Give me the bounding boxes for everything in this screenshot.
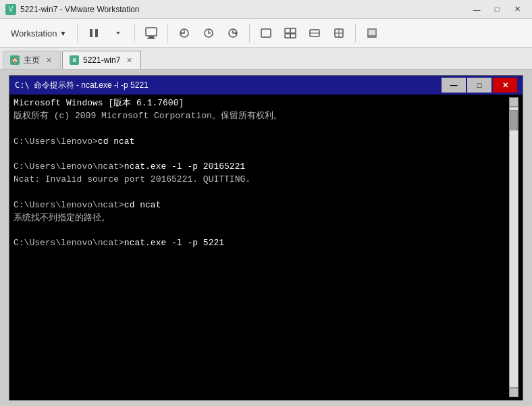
- workstation-dropdown-arrow: ▼: [59, 30, 66, 37]
- svg-marker-2: [116, 32, 120, 34]
- svg-rect-14: [285, 34, 290, 38]
- win7-tab-icon: 🖥: [70, 55, 79, 65]
- scrollbar-thumb[interactable]: [510, 110, 518, 130]
- snapshot-back-icon: [178, 27, 191, 39]
- minimize-button[interactable]: —: [467, 3, 486, 16]
- home-tab-label: 主页: [24, 55, 40, 66]
- cmd-scrollbar[interactable]: ▲ ▼: [509, 97, 518, 397]
- toolbar-separator-2: [134, 24, 135, 43]
- pause-dropdown-icon: [115, 30, 122, 36]
- snapshot-icon: [202, 27, 215, 39]
- svg-rect-22: [369, 30, 375, 35]
- close-button[interactable]: ✕: [508, 3, 527, 16]
- workstation-menu[interactable]: Workstation ▼: [5, 22, 72, 44]
- cmd-window: C:\ 命令提示符 - ncat.exe -l -p 5221 — □ ✕ Mi…: [9, 75, 523, 401]
- maximize-button[interactable]: □: [487, 3, 506, 16]
- home-tab-icon: 🏠: [10, 55, 20, 65]
- cmd-icon: C:\: [15, 80, 30, 90]
- toolbar-separator-1: [77, 24, 78, 43]
- cmd-close-button[interactable]: ✕: [493, 78, 517, 93]
- cmd-window-title: 命令提示符 - ncat.exe -l -p 5221: [34, 80, 437, 91]
- svg-rect-3: [146, 28, 157, 36]
- app-icon: V: [5, 4, 16, 15]
- window-title: 5221-win7 - VMware Workstation: [20, 5, 467, 14]
- cmd-maximize-button[interactable]: □: [467, 78, 491, 93]
- svg-rect-15: [290, 34, 296, 38]
- unity-button[interactable]: [280, 22, 301, 44]
- toolbar-separator-5: [355, 24, 356, 43]
- tab-home[interactable]: 🏠 主页 ✕: [3, 51, 61, 69]
- title-bar: V 5221-win7 - VMware Workstation — □ ✕: [0, 0, 532, 19]
- scrollbar-down-button[interactable]: ▼: [509, 388, 518, 397]
- svg-rect-13: [290, 28, 296, 33]
- scrollbar-track[interactable]: [509, 107, 518, 388]
- vm-area: C:\ 命令提示符 - ncat.exe -l -p 5221 — □ ✕ Mi…: [0, 70, 532, 406]
- autofit-button[interactable]: [328, 22, 350, 44]
- vmware-toolbar: Workstation ▼: [0, 19, 532, 48]
- snapshot-back-button[interactable]: [174, 22, 195, 44]
- toolbar-separator-3: [167, 24, 168, 43]
- pause-button[interactable]: [83, 22, 105, 44]
- svg-rect-4: [149, 36, 154, 38]
- stretch-button[interactable]: [304, 22, 325, 44]
- snapshot-forward-icon: [226, 27, 240, 39]
- view-icon: [365, 27, 379, 39]
- tabs-row: 🏠 主页 ✕ 🖥 5221-win7 ✕: [0, 48, 532, 70]
- vm-settings-icon: [144, 27, 158, 39]
- svg-rect-1: [95, 29, 98, 37]
- svg-rect-11: [261, 29, 271, 37]
- view-button[interactable]: [361, 22, 383, 44]
- workstation-label: Workstation: [11, 28, 57, 39]
- svg-rect-5: [147, 38, 155, 39]
- svg-rect-12: [285, 28, 290, 33]
- pause-dropdown-button[interactable]: [107, 22, 129, 44]
- unity-icon: [284, 27, 297, 39]
- pause-icon: [88, 27, 100, 39]
- win7-tab-close[interactable]: ✕: [124, 55, 134, 65]
- fullscreen-button[interactable]: [255, 22, 277, 44]
- vm-settings-button[interactable]: [140, 22, 162, 44]
- toolbar-separator-4: [249, 24, 250, 43]
- cmd-text: Microsoft Windows [版本 6.1.7600] 版权所有 (c)…: [14, 97, 509, 397]
- snapshot-button[interactable]: [198, 22, 219, 44]
- tab-win7[interactable]: 🖥 5221-win7 ✕: [62, 51, 141, 69]
- autofit-icon: [332, 27, 346, 39]
- fullscreen-icon: [259, 27, 273, 39]
- scrollbar-up-button[interactable]: ▲: [509, 97, 518, 107]
- cmd-window-controls: — □ ✕: [442, 78, 517, 93]
- cmd-minimize-button[interactable]: —: [442, 78, 466, 93]
- svg-rect-0: [90, 29, 92, 37]
- snapshot-forward-button[interactable]: [222, 22, 244, 44]
- cmd-content[interactable]: Microsoft Windows [版本 6.1.7600] 版权所有 (c)…: [9, 95, 523, 400]
- window-controls: — □ ✕: [467, 3, 527, 16]
- win7-tab-label: 5221-win7: [83, 55, 120, 65]
- cmd-titlebar: C:\ 命令提示符 - ncat.exe -l -p 5221 — □ ✕: [9, 76, 523, 95]
- home-tab-close[interactable]: ✕: [44, 55, 53, 65]
- stretch-icon: [308, 27, 321, 39]
